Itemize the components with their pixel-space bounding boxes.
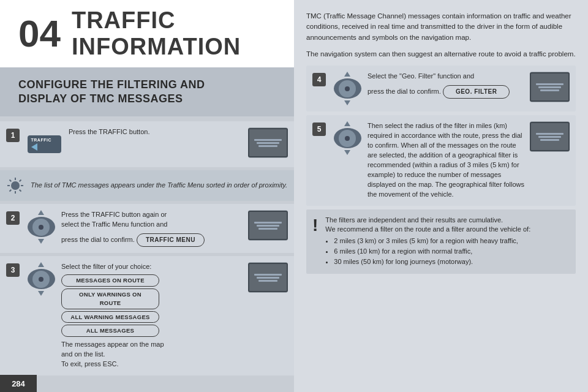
step-3-dial-icon <box>26 262 56 296</box>
right-description-panel: TMC (Traffic Message Channel) messages c… <box>294 0 588 392</box>
screen-line <box>540 89 559 91</box>
dial-outer-3 <box>28 269 55 289</box>
device-screen-4 <box>530 72 570 102</box>
svg-point-0 <box>11 181 20 190</box>
dial-inner-5 <box>339 130 356 147</box>
warning-exclamation-icon: ! <box>312 216 318 235</box>
svg-line-6 <box>20 190 21 192</box>
screen-line <box>538 136 561 138</box>
messages-on-route-btn[interactable]: MESSAGES ON ROUTE <box>61 274 159 287</box>
screen-line <box>257 277 279 279</box>
step-4-content: Select the "Geo. Filter" function and pr… <box>368 72 525 99</box>
screen-line <box>538 86 561 88</box>
warning-item: 30 miles (50 km) for long journeys (moto… <box>334 257 570 267</box>
right-steps-container: 4 Select the "Geo. Filter" function and … <box>306 66 576 274</box>
warning-item: 6 miles (10 km) for a region with normal… <box>334 247 570 257</box>
chapter-number: 04 <box>18 15 61 53</box>
screen-line <box>254 222 282 224</box>
step-1-content: Press the TRAFFIC button. <box>69 127 243 137</box>
dial-dot-3 <box>39 277 43 282</box>
step-4-row: 4 Select the "Geo. Filter" function and … <box>306 66 576 111</box>
svg-line-7 <box>20 180 21 182</box>
dial-outer <box>334 78 361 99</box>
device-screen-5 <box>530 122 570 151</box>
screen-line <box>258 228 277 230</box>
warning-content: The filters are independent and their re… <box>325 216 570 268</box>
step-3-row: 3 Select the filter of your choice: MESS… <box>0 256 294 375</box>
filter-buttons-group: MESSAGES ON ROUTE ONLY WARNINGS ON ROUTE… <box>61 274 243 337</box>
step-1-number: 1 <box>6 129 20 142</box>
step-1-row: 1 TRAFFIC Press the TRAFFIC button. <box>0 121 294 167</box>
warning-item: 2 miles (3 km) or 3 miles (5 km) for a r… <box>334 236 570 246</box>
dial-dot-2 <box>39 225 43 230</box>
only-warnings-on-route-btn[interactable]: ONLY WARNINGS ON ROUTE <box>61 288 159 309</box>
sub-header: CONFIGURE THE FILTERING AND DISPLAY OF T… <box>0 67 294 116</box>
step-4-device <box>530 72 570 102</box>
dial-inner-2 <box>32 219 50 236</box>
all-warning-messages-btn[interactable]: ALL WARNING MESSAGES <box>61 311 159 323</box>
screen-line <box>536 133 564 135</box>
step-2-device <box>248 210 288 241</box>
dial-dot-5 <box>345 136 350 141</box>
sub-header-text: CONFIGURE THE FILTERING AND DISPLAY OF T… <box>18 78 205 107</box>
step-2-row: 2 Press the TRAFFIC button again or sele… <box>0 204 294 253</box>
step-5-row: 5 Then select the radius of the filter i… <box>306 115 576 206</box>
dial-inner <box>339 80 356 97</box>
chapter-title: TRAFFIC INFORMATION <box>72 7 294 60</box>
screen-line <box>257 225 279 227</box>
screen-line <box>540 139 559 141</box>
svg-line-8 <box>10 190 12 192</box>
device-screen-3 <box>248 263 288 292</box>
page-header: 04 TRAFFIC INFORMATION <box>0 0 294 67</box>
geo-filter-button[interactable]: GEO. FILTER <box>443 85 510 99</box>
step-4-dial-icon <box>332 72 363 105</box>
step-5-number: 5 <box>312 123 326 136</box>
step-3-device <box>248 262 288 293</box>
screen-line <box>536 83 564 85</box>
screen-line <box>257 142 279 144</box>
step-2-number: 2 <box>6 211 20 225</box>
step-3-content: Select the filter of your choice: MESSAG… <box>61 262 243 369</box>
screen-line <box>254 274 282 276</box>
device-screen-1 <box>248 128 288 157</box>
step-2-content: Press the TRAFFIC button again or select… <box>61 210 243 247</box>
step-5-device <box>530 121 570 152</box>
step-5-content: Then select the radius of the filter in … <box>368 121 525 200</box>
all-messages-btn[interactable]: ALL MESSAGES <box>61 325 159 337</box>
dial-outer-2 <box>28 217 55 237</box>
screen-line <box>258 280 277 282</box>
step-1-device <box>248 127 288 158</box>
info-sun-icon <box>6 176 24 195</box>
dial-inner-3 <box>32 271 50 288</box>
warning-row: ! The filters are independent and their … <box>306 209 576 274</box>
page-number: 284 <box>0 375 37 392</box>
svg-line-5 <box>10 180 12 182</box>
step-5-dial-icon <box>332 121 363 155</box>
info-row-content: The list of TMC messages appears under t… <box>31 181 288 190</box>
description-para2: The navigation system can then suggest a… <box>306 49 576 59</box>
warning-list: 2 miles (3 km) or 3 miles (5 km) for a r… <box>334 236 570 267</box>
screen-line <box>258 145 277 147</box>
device-screen-2 <box>248 211 288 240</box>
left-steps-container: 1 TRAFFIC Press the TRAFFIC button. <box>0 116 294 374</box>
traffic-button-icon: TRAFFIC <box>26 127 62 161</box>
info-row: The list of TMC messages appears under t… <box>0 170 294 201</box>
step-4-number: 4 <box>312 73 326 86</box>
step-3-number: 3 <box>6 263 20 277</box>
dial-dot <box>345 86 350 91</box>
description-para1: TMC (Traffic Message Channel) messages c… <box>306 11 576 43</box>
traffic-menu-button[interactable]: TRAFFIC MENU <box>137 233 205 247</box>
step-2-dial-icon <box>26 210 56 244</box>
screen-line <box>254 139 282 141</box>
dial-outer-5 <box>334 128 361 148</box>
